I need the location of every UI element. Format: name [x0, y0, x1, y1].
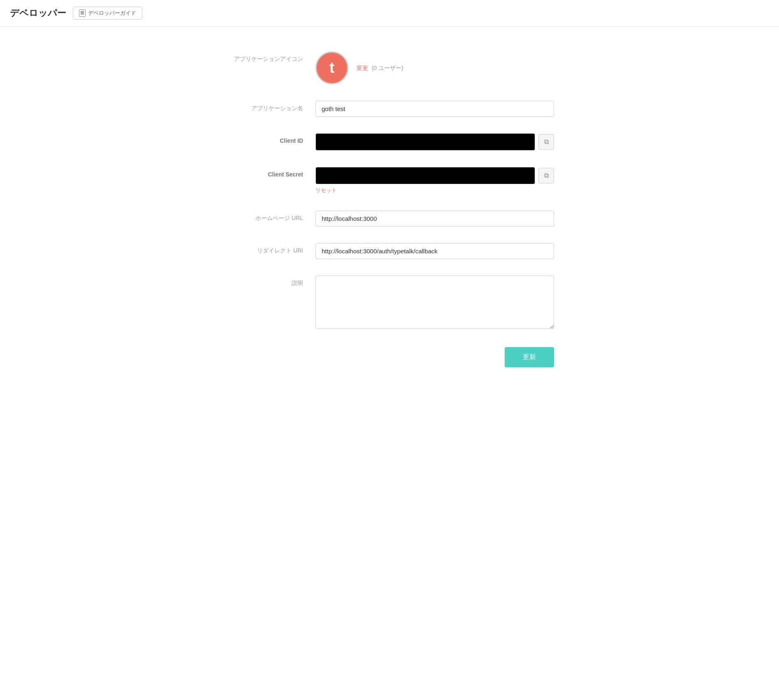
guide-button-label: デベロッパーガイド [88, 9, 136, 17]
description-label: 説明 [225, 276, 315, 287]
redirect-uri-value [315, 243, 554, 259]
app-icon[interactable]: t [315, 51, 348, 84]
page-header: デベロッパー デベロッパーガイド [0, 0, 779, 27]
icon-meta: 変更 (0 ユーザー) [357, 64, 403, 72]
copy-client-secret-button[interactable]: ⧉ [538, 168, 554, 183]
copy-icon: ⧉ [544, 138, 549, 146]
redirect-uri-row: リダイレクト URI [225, 243, 554, 259]
homepage-url-row: ホームページ URL [225, 211, 554, 227]
client-secret-row-inner: ⧉ [315, 167, 554, 184]
app-icon-row: アプリケーションアイコン t 変更 (0 ユーザー) [225, 51, 554, 84]
developer-guide-button[interactable]: デベロッパーガイド [73, 7, 142, 20]
homepage-url-value [315, 211, 554, 227]
client-secret-value: ⧉ リセット [315, 167, 554, 194]
page-title: デベロッパー [10, 7, 66, 19]
description-textarea[interactable] [315, 276, 554, 329]
client-secret-row: Client Secret ⧉ リセット [225, 167, 554, 194]
copy-client-id-button[interactable]: ⧉ [538, 134, 554, 150]
client-secret-masked [315, 167, 535, 184]
app-name-label: アプリケーション名 [225, 101, 315, 112]
app-name-value [315, 101, 554, 117]
client-id-value: ⧉ [315, 133, 554, 151]
client-id-wrapper: ⧉ [315, 133, 554, 151]
description-value [315, 276, 554, 331]
client-id-row: Client ID ⧉ [225, 133, 554, 151]
users-count: (0 ユーザー) [371, 65, 403, 71]
app-icon-label: アプリケーションアイコン [225, 51, 315, 63]
form-container: アプリケーションアイコン t 変更 (0 ユーザー) アプリケーション名 [225, 51, 554, 367]
main-content: アプリケーションアイコン t 変更 (0 ユーザー) アプリケーション名 [0, 27, 779, 392]
update-button[interactable]: 更新 [505, 347, 554, 367]
submit-row: 更新 [225, 347, 554, 367]
client-secret-wrapper: ⧉ リセット [315, 167, 554, 194]
app-icon-wrapper: t 変更 (0 ユーザー) [315, 51, 554, 84]
redirect-uri-input[interactable] [315, 243, 554, 259]
app-name-input[interactable] [315, 101, 554, 117]
app-icon-value: t 変更 (0 ユーザー) [315, 51, 554, 84]
client-id-label: Client ID [225, 133, 315, 144]
copy-secret-icon: ⧉ [544, 172, 549, 179]
app-name-row: アプリケーション名 [225, 101, 554, 117]
reset-secret-link[interactable]: リセット [315, 187, 554, 194]
client-secret-label: Client Secret [225, 167, 315, 178]
document-icon [79, 9, 86, 17]
client-id-masked [315, 133, 535, 151]
change-icon-link[interactable]: 変更 [357, 65, 368, 71]
description-row: 説明 [225, 276, 554, 331]
redirect-uri-label: リダイレクト URI [225, 243, 315, 255]
homepage-url-input[interactable] [315, 211, 554, 227]
homepage-url-label: ホームページ URL [225, 211, 315, 222]
app-icon-letter: t [329, 59, 334, 76]
